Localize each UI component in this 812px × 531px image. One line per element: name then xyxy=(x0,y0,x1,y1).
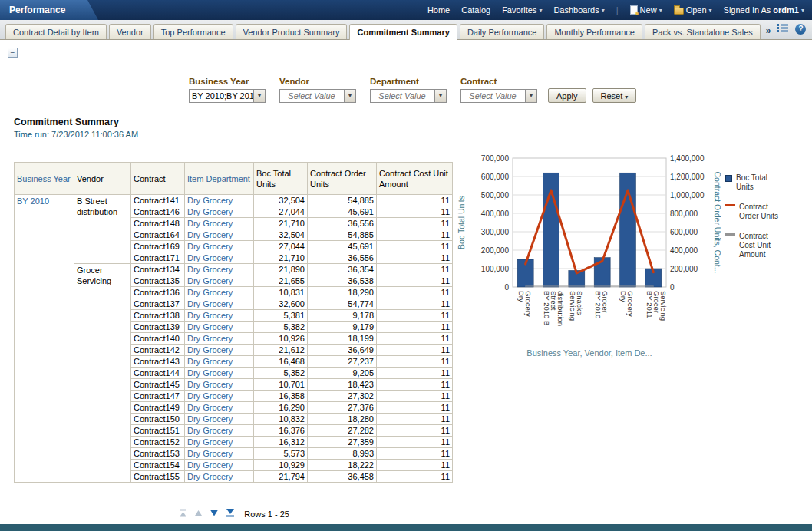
cell-contract-order-units: 54,774 xyxy=(308,298,377,310)
cell-item-department[interactable]: Dry Grocery xyxy=(185,471,254,483)
cell-contract-cost-unit-amount: 11 xyxy=(377,460,453,471)
tab-top-performance[interactable]: Top Performance xyxy=(153,24,233,39)
column-header-contract-order-units: Contract Order Units xyxy=(308,163,377,195)
legend-swatch xyxy=(725,175,732,182)
column-header-item-department[interactable]: Item Department xyxy=(185,163,254,195)
cell-item-department[interactable]: Dry Grocery xyxy=(185,414,254,425)
cell-item-department[interactable]: Dry Grocery xyxy=(185,356,254,368)
cell-contract-order-units: 8,993 xyxy=(308,448,377,460)
tab-daily-performance[interactable]: Daily Performance xyxy=(460,24,544,39)
prompt-vendor: Vendor--Select Value--▾ xyxy=(279,77,356,103)
cell-item-department[interactable]: Dry Grocery xyxy=(185,229,254,241)
cell-business-year[interactable]: BY 2010 xyxy=(15,195,74,483)
cell-contract-cost-unit-amount: 11 xyxy=(377,356,453,368)
prompt-select-contract[interactable]: --Select Value--▾ xyxy=(460,89,537,103)
cell-item-department[interactable]: Dry Grocery xyxy=(185,310,254,322)
cell-item-department[interactable]: Dry Grocery xyxy=(185,322,254,333)
cell-item-department[interactable]: Dry Grocery xyxy=(185,391,254,402)
open-menu[interactable]: Open ▾ xyxy=(674,5,712,15)
cell-contract-cost-unit-amount: 11 xyxy=(377,345,453,356)
cell-boc-total-units: 21,612 xyxy=(254,345,308,356)
dropdown-arrow-icon[interactable]: ▾ xyxy=(434,90,446,102)
cell-item-department[interactable]: Dry Grocery xyxy=(185,448,254,460)
cell-item-department[interactable]: Dry Grocery xyxy=(185,333,254,345)
cell-item-department[interactable]: Dry Grocery xyxy=(185,425,254,437)
cell-contract: Contract151 xyxy=(131,425,185,437)
cell-item-department[interactable]: Dry Grocery xyxy=(185,241,254,252)
new-menu[interactable]: New ▾ xyxy=(630,5,662,15)
tab-contract-detail-by-item[interactable]: Contract Detail by Item xyxy=(5,24,107,39)
nav-dashboards[interactable]: Dashboards▾ xyxy=(553,5,604,15)
cell-item-department[interactable]: Dry Grocery xyxy=(185,195,254,206)
cell-contract-order-units: 36,458 xyxy=(308,471,377,483)
cell-item-department[interactable]: Dry Grocery xyxy=(185,345,254,356)
cell-contract-order-units: 54,885 xyxy=(308,229,377,241)
cell-item-department[interactable]: Dry Grocery xyxy=(185,218,254,229)
cell-item-department[interactable]: Dry Grocery xyxy=(185,264,254,275)
cell-item-department[interactable]: Dry Grocery xyxy=(185,379,254,391)
cell-item-department[interactable]: Dry Grocery xyxy=(185,275,254,287)
dropdown-arrow-icon[interactable]: ▾ xyxy=(525,90,536,102)
cell-contract-cost-unit-amount: 11 xyxy=(377,322,453,333)
cell-item-department[interactable]: Dry Grocery xyxy=(185,460,254,471)
apply-button[interactable]: Apply xyxy=(548,88,586,103)
cell-boc-total-units: 10,832 xyxy=(254,414,308,425)
prompt-label: Department xyxy=(370,77,447,86)
cell-contract-cost-unit-amount: 11 xyxy=(377,229,453,241)
pager-next-icon[interactable] xyxy=(210,508,219,519)
dashboard-content: − Business YearBY 2010;BY 2011▾Vendor--S… xyxy=(0,40,812,524)
nav-favorites[interactable]: Favorites▾ xyxy=(502,5,542,15)
column-header-business-year[interactable]: Business Year xyxy=(15,163,74,195)
dropdown-arrow-icon[interactable]: ▾ xyxy=(253,90,265,102)
cell-item-department[interactable]: Dry Grocery xyxy=(185,298,254,310)
cell-boc-total-units: 10,701 xyxy=(254,379,308,391)
cell-contract-cost-unit-amount: 11 xyxy=(377,414,453,425)
dropdown-arrow-icon[interactable]: ▾ xyxy=(344,90,355,102)
cell-boc-total-units: 32,600 xyxy=(254,298,308,310)
cell-contract: Contract164 xyxy=(131,229,185,241)
dashboard-title-tab[interactable]: Performance xyxy=(0,0,98,20)
cell-item-department[interactable]: Dry Grocery xyxy=(185,402,254,414)
nav-links-group: HomeCatalogFavorites▾Dashboards▾ xyxy=(427,5,605,15)
reset-button[interactable]: Reset▾ xyxy=(592,88,637,103)
top-navigation-bar: Performance HomeCatalogFavorites▾Dashboa… xyxy=(0,0,812,20)
prompt-label: Business Year xyxy=(189,77,266,86)
cell-boc-total-units: 16,376 xyxy=(254,425,308,437)
legend-item-boc-total-units: Boc Total Units xyxy=(725,173,784,192)
pager-last-icon[interactable] xyxy=(226,508,235,519)
tab-monthly-performance[interactable]: Monthly Performance xyxy=(546,24,642,39)
nav-home[interactable]: Home xyxy=(427,5,450,15)
tab-vendor[interactable]: Vendor xyxy=(109,24,151,39)
cell-contract-cost-unit-amount: 11 xyxy=(377,218,453,229)
page-options-icon[interactable] xyxy=(776,22,789,36)
signed-in-menu[interactable]: Signed In As ordm1 ▾ xyxy=(724,5,804,15)
tab-commitment-summary[interactable]: Commitment Summary xyxy=(349,24,457,40)
cell-contract-cost-unit-amount: 11 xyxy=(377,310,453,322)
chevron-down-icon: ▾ xyxy=(625,94,628,101)
tab-vendor-product-summary[interactable]: Vendor Product Summary xyxy=(236,24,348,39)
cell-item-department[interactable]: Dry Grocery xyxy=(185,437,254,448)
prompt-select-department[interactable]: --Select Value--▾ xyxy=(370,89,447,103)
prompt-select-vendor[interactable]: --Select Value--▾ xyxy=(279,89,356,103)
tab-pack-vs-standalone-sales[interactable]: Pack vs. Standalone Sales xyxy=(645,24,761,39)
help-icon[interactable]: ? xyxy=(795,24,806,35)
column-header-contract-cost-unit-amount: Contract Cost Unit Amount xyxy=(377,163,453,195)
collapse-section-button[interactable]: − xyxy=(8,48,18,58)
prompt-select-business-year[interactable]: BY 2010;BY 2011▾ xyxy=(189,89,266,103)
nav-catalog[interactable]: Catalog xyxy=(461,5,490,15)
pager-prev-icon[interactable] xyxy=(194,509,203,519)
chevron-down-icon: ▾ xyxy=(801,7,804,14)
selected-value: --Select Value-- xyxy=(280,90,344,102)
pager-rows-label: Rows 1 - 25 xyxy=(244,510,289,519)
left-axis-tick: 700,000 xyxy=(481,154,510,163)
pager-first-icon[interactable] xyxy=(179,509,187,519)
cell-item-department[interactable]: Dry Grocery xyxy=(185,206,254,218)
cell-item-department[interactable]: Dry Grocery xyxy=(185,368,254,379)
prompt-department: Department--Select Value--▾ xyxy=(370,77,447,103)
cell-item-department[interactable]: Dry Grocery xyxy=(185,252,254,264)
left-axis-tick: 400,000 xyxy=(481,209,510,218)
cell-item-department[interactable]: Dry Grocery xyxy=(185,287,254,298)
cell-boc-total-units: 16,290 xyxy=(254,402,308,414)
cell-contract: Contract171 xyxy=(131,252,185,264)
tabs-overflow-button[interactable]: » xyxy=(761,22,777,39)
